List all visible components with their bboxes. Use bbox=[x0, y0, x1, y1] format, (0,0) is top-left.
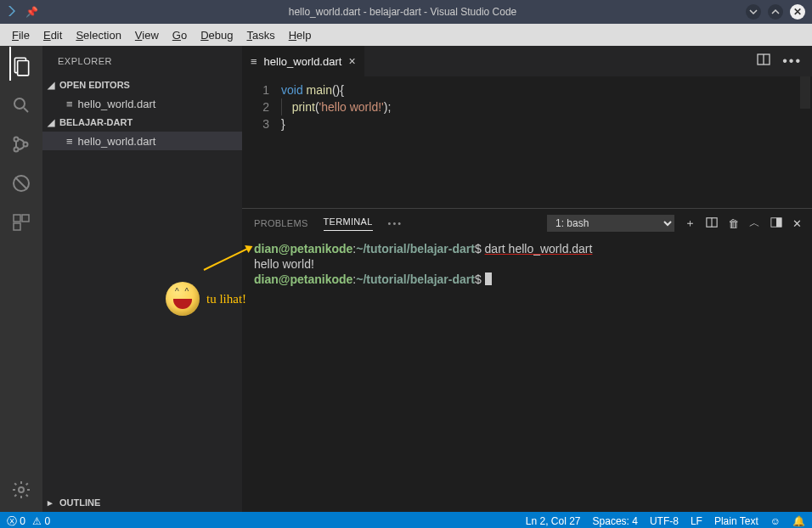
pin-icon[interactable]: 📌 bbox=[25, 6, 38, 18]
code-lines: void main(){ print('hello world!'); } bbox=[281, 81, 812, 208]
code-text: (){ bbox=[332, 83, 344, 97]
maximize-icon[interactable] bbox=[768, 4, 783, 20]
tab-problems[interactable]: PROBLEMS bbox=[254, 218, 308, 228]
project-filename: hello_world.dart bbox=[78, 135, 156, 148]
terminal-path: ~/tutorial/belajar-dart bbox=[356, 272, 475, 286]
open-editor-file[interactable]: ≡hello_world.dart bbox=[42, 94, 242, 113]
panel-tabs: PROBLEMS TERMINAL ••• 1: bash ＋ 🗑 ︿ ✕ bbox=[242, 209, 812, 238]
svg-line-3 bbox=[24, 108, 28, 112]
source-control-icon[interactable] bbox=[9, 132, 33, 156]
line-number: 3 bbox=[242, 115, 269, 132]
menu-file[interactable]: File bbox=[5, 29, 37, 42]
menu-selection[interactable]: Selection bbox=[69, 29, 127, 42]
statusbar: ⓧ 0 ⚠ 0 Ln 2, Col 27 Spaces: 4 UTF-8 LF … bbox=[0, 512, 812, 528]
code-text: } bbox=[281, 117, 285, 131]
extensions-icon[interactable] bbox=[9, 211, 33, 234]
new-terminal-icon[interactable]: ＋ bbox=[685, 216, 696, 231]
maximize-panel-icon[interactable]: ︿ bbox=[749, 216, 760, 231]
bottom-panel: PROBLEMS TERMINAL ••• 1: bash ＋ 🗑 ︿ ✕ di… bbox=[242, 208, 812, 512]
open-editors-section[interactable]: ◢OPEN EDITORS bbox=[42, 76, 242, 94]
editor-panel: ≡ hello_world.dart × ••• 1 2 3 void main… bbox=[242, 46, 812, 512]
search-icon[interactable] bbox=[9, 93, 33, 117]
move-panel-icon[interactable] bbox=[770, 216, 782, 231]
menubar: File Edit Selection View Go Debug Tasks … bbox=[0, 24, 812, 46]
menu-go[interactable]: Go bbox=[166, 29, 194, 42]
window-titlebar: 📌 hello_world.dart - belajar-dart - Visu… bbox=[0, 0, 812, 24]
settings-gear-icon[interactable] bbox=[9, 478, 33, 502]
close-panel-icon[interactable]: ✕ bbox=[792, 217, 802, 230]
tab-label: hello_world.dart bbox=[264, 55, 342, 68]
menu-tasks[interactable]: Tasks bbox=[240, 29, 281, 42]
more-actions-icon[interactable]: ••• bbox=[782, 53, 802, 69]
terminal-prompt: $ bbox=[475, 272, 482, 286]
window-title: hello_world.dart - belajar-dart - Visual… bbox=[59, 6, 746, 18]
close-icon[interactable]: ✕ bbox=[790, 4, 805, 20]
terminal-output[interactable]: dian@petanikode:~/tutorial/belajar-dart$… bbox=[242, 238, 812, 512]
minimize-icon[interactable] bbox=[746, 4, 761, 20]
tab-bar: ≡ hello_world.dart × ••• bbox=[242, 46, 812, 76]
tab-terminal[interactable]: TERMINAL bbox=[324, 216, 373, 231]
split-terminal-icon[interactable] bbox=[706, 216, 718, 231]
terminal-select[interactable]: 1: bash bbox=[547, 215, 674, 232]
line-number: 1 bbox=[242, 81, 269, 98]
warnings-count: 0 bbox=[44, 515, 50, 527]
terminal-command: dart hello_world.dart bbox=[485, 242, 593, 256]
notifications-icon[interactable]: 🔔 bbox=[792, 515, 805, 527]
terminal-line: hello world! bbox=[254, 256, 800, 272]
file-icon: ≡ bbox=[251, 55, 257, 68]
warnings-icon[interactable]: ⚠ 0 bbox=[32, 515, 50, 527]
status-lncol[interactable]: Ln 2, Col 27 bbox=[526, 515, 581, 527]
explorer-icon[interactable] bbox=[9, 54, 33, 78]
svg-rect-11 bbox=[14, 223, 20, 230]
svg-point-2 bbox=[14, 98, 25, 109]
feedback-icon[interactable]: ☺ bbox=[770, 515, 781, 527]
terminal-path: ~/tutorial/belajar-dart bbox=[356, 242, 475, 256]
status-language[interactable]: Plain Text bbox=[714, 515, 758, 527]
gutter: 1 2 3 bbox=[242, 81, 281, 208]
menu-help[interactable]: Help bbox=[282, 29, 319, 42]
editor-scrollbar[interactable] bbox=[800, 76, 810, 109]
explorer-sidebar: EXPLORER ◢OPEN EDITORS ≡hello_world.dart… bbox=[42, 46, 242, 512]
errors-icon[interactable]: ⓧ 0 bbox=[7, 514, 25, 529]
code-editor[interactable]: 1 2 3 void main(){ print('hello world!')… bbox=[242, 76, 812, 208]
code-text: ); bbox=[384, 100, 392, 114]
menu-view[interactable]: View bbox=[128, 29, 166, 42]
status-eol[interactable]: LF bbox=[691, 515, 702, 527]
split-editor-icon[interactable] bbox=[757, 53, 770, 70]
outline-section[interactable]: ▸OUTLINE bbox=[42, 493, 242, 512]
svg-point-12 bbox=[19, 487, 24, 492]
status-encoding[interactable]: UTF-8 bbox=[650, 515, 679, 527]
errors-count: 0 bbox=[20, 515, 25, 527]
main-area: EXPLORER ◢OPEN EDITORS ≡hello_world.dart… bbox=[0, 46, 812, 512]
file-icon: ≡ bbox=[66, 135, 73, 148]
panel-more-icon[interactable]: ••• bbox=[388, 218, 403, 228]
activity-bar bbox=[0, 46, 42, 512]
vscode-icon bbox=[7, 4, 20, 20]
file-icon: ≡ bbox=[66, 98, 73, 110]
code-func: main bbox=[303, 83, 332, 97]
sidebar-title: EXPLORER bbox=[42, 46, 242, 76]
svg-rect-9 bbox=[14, 215, 20, 222]
svg-line-8 bbox=[15, 177, 27, 189]
code-keyword: void bbox=[281, 83, 303, 97]
debug-icon[interactable] bbox=[9, 171, 33, 195]
terminal-cursor bbox=[485, 272, 492, 285]
open-editors-label: OPEN EDITORS bbox=[59, 80, 130, 90]
svg-point-4 bbox=[14, 138, 19, 142]
status-spaces[interactable]: Spaces: 4 bbox=[593, 515, 638, 527]
tab-hello-world[interactable]: ≡ hello_world.dart × bbox=[242, 46, 365, 76]
terminal-user: dian@petanikode bbox=[254, 242, 352, 256]
kill-terminal-icon[interactable]: 🗑 bbox=[728, 217, 739, 230]
svg-point-6 bbox=[24, 143, 28, 147]
menu-debug[interactable]: Debug bbox=[194, 29, 240, 42]
code-string: 'hello world!' bbox=[319, 100, 384, 114]
terminal-user: dian@petanikode bbox=[254, 272, 352, 286]
line-number: 2 bbox=[242, 98, 269, 115]
terminal-prompt: $ bbox=[475, 242, 482, 256]
close-tab-icon[interactable]: × bbox=[348, 54, 355, 68]
menu-edit[interactable]: Edit bbox=[37, 29, 69, 42]
project-section[interactable]: ◢BELAJAR-DART bbox=[42, 113, 242, 132]
project-file[interactable]: ≡hello_world.dart bbox=[42, 132, 242, 150]
svg-rect-1 bbox=[18, 61, 29, 76]
svg-rect-18 bbox=[776, 217, 781, 227]
